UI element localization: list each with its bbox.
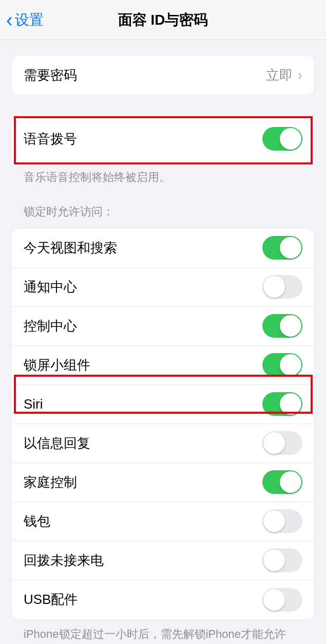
row-label: 以信息回复 [24, 434, 90, 452]
header: ‹ 设置 面容 ID与密码 [0, 0, 326, 40]
row-lock-access-item: 锁屏小组件 [12, 346, 314, 385]
row-right: 立即 › [266, 66, 302, 84]
chevron-left-icon: ‹ [6, 10, 13, 30]
row-voice-dial: 语音拨号 [12, 115, 314, 162]
toggle-lock-access-item[interactable] [262, 588, 302, 612]
row-label: 控制中心 [24, 317, 77, 335]
row-label: Siri [24, 396, 43, 412]
row-lock-access-item: 今天视图和搜索 [12, 229, 314, 268]
row-label: 回拨未接来电 [24, 551, 104, 569]
toggle-knob [280, 393, 301, 415]
page-title: 面容 ID与密码 [118, 10, 208, 30]
footer-voice-dial: 音乐语音控制将始终被启用。 [12, 162, 314, 186]
toggle-lock-access-item[interactable] [262, 470, 302, 494]
toggle-knob [280, 237, 301, 259]
toggle-lock-access-item[interactable] [262, 431, 302, 455]
footer-lock-access: iPhone锁定超过一小时后，需先解锁iPhone才能允许USB配件连接。 [12, 619, 314, 644]
toggle-knob [263, 589, 285, 611]
back-label: 设置 [15, 10, 44, 30]
row-label: 家庭控制 [24, 473, 77, 491]
row-lock-access-item: 以信息回复 [12, 424, 314, 463]
toggle-knob [263, 510, 285, 532]
group-voice-dial: 语音拨号 [12, 115, 314, 162]
row-label: 今天视图和搜索 [24, 239, 117, 257]
chevron-right-icon: › [298, 67, 302, 83]
toggle-knob [263, 549, 285, 571]
section-header-lock-access: 锁定时允许访问： [12, 186, 314, 219]
row-lock-access-item: Siri [12, 385, 314, 424]
toggle-lock-access-item[interactable] [262, 236, 302, 260]
back-button[interactable]: ‹ 设置 [0, 10, 44, 30]
row-require-passcode[interactable]: 需要密码 立即 › [12, 56, 314, 95]
row-lock-access-item: 控制中心 [12, 307, 314, 346]
toggle-knob [280, 315, 301, 337]
row-label: 通知中心 [24, 278, 77, 296]
toggle-knob [280, 128, 301, 150]
row-label: USB配件 [24, 591, 78, 609]
toggle-lock-access-item[interactable] [262, 548, 302, 572]
toggle-lock-access-item[interactable] [262, 509, 302, 533]
toggle-lock-access-item[interactable] [262, 275, 302, 299]
group-require-passcode: 需要密码 立即 › [12, 56, 314, 95]
row-lock-access-item: 家庭控制 [12, 463, 314, 502]
row-lock-access-item: 通知中心 [12, 268, 314, 307]
toggle-lock-access-item[interactable] [262, 353, 302, 377]
toggle-lock-access-item[interactable] [262, 314, 302, 338]
toggle-knob [263, 432, 285, 454]
group-lock-access: 今天视图和搜索通知中心控制中心锁屏小组件Siri以信息回复家庭控制钱包回拨未接来… [12, 229, 314, 619]
row-value: 立即 [266, 66, 293, 84]
row-label: 锁屏小组件 [24, 356, 90, 374]
toggle-voice-dial[interactable] [262, 127, 302, 151]
row-label: 钱包 [24, 512, 50, 530]
row-lock-access-item: 回拨未接来电 [12, 541, 314, 580]
row-label: 语音拨号 [24, 130, 77, 148]
row-lock-access-item: 钱包 [12, 502, 314, 541]
toggle-knob [263, 276, 285, 298]
row-lock-access-item: USB配件 [12, 580, 314, 619]
toggle-knob [280, 471, 301, 493]
row-label: 需要密码 [24, 66, 77, 84]
toggle-lock-access-item[interactable] [262, 392, 302, 416]
toggle-knob [280, 354, 301, 376]
